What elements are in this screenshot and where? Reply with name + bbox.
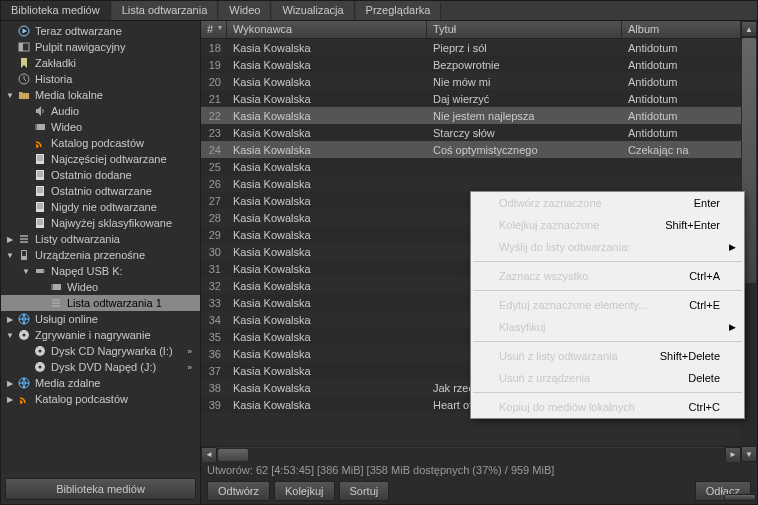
table-row[interactable]: 25Kasia Kowalska [201,158,741,175]
sort-button[interactable]: Sortuj [339,481,390,501]
tab-bar: Biblioteka mediówLista odtwarzaniaWideoW… [1,1,757,21]
cell-num: 18 [201,41,227,55]
menu-item-12[interactable]: Kopiuj do mediów lokalnychCtrl+C [471,396,744,418]
menu-item-2[interactable]: Wyślij do listy odtwarzania:▶ [471,236,744,258]
disclosure-triangle[interactable]: ▼ [5,250,15,260]
cell-artist: Kasia Kowalska [227,58,427,72]
tree-node-8[interactable]: Najczęściej odtwarzane [1,151,200,167]
tree-node-1[interactable]: Pulpit nawigacyjny [1,39,200,55]
tab-4[interactable]: Przeglądarka [356,1,442,20]
doc-icon [33,169,47,181]
tree-node-16[interactable]: Wideo [1,279,200,295]
tree-node-18[interactable]: ▶Usługi online [1,311,200,327]
tree-node-14[interactable]: ▼Urządzenia przenośne [1,247,200,263]
tree-label: Historia [35,73,72,85]
table-row[interactable]: 21Kasia KowalskaDaj wierzyćAntidotum [201,90,741,107]
cell-artist: Kasia Kowalska [227,228,427,242]
tree-node-3[interactable]: Historia [1,71,200,87]
menu-item-4[interactable]: Zaznacz wszystkoCtrl+A [471,265,744,287]
disc-icon [33,361,47,373]
cell-num: 34 [201,313,227,327]
tree-label: Ostatnio dodane [51,169,132,181]
menu-label: Kopiuj do mediów lokalnych [499,401,635,413]
cell-album: Antidotum [622,92,741,106]
disclosure-triangle [37,298,47,308]
col-num[interactable]: # [201,21,227,38]
tree-node-6[interactable]: Wideo [1,119,200,135]
table-row[interactable]: 20Kasia KowalskaNie mów miAntidotum [201,73,741,90]
cell-title [427,166,622,168]
library-button[interactable]: Biblioteka mediów [5,478,196,500]
disclosure-triangle [5,26,15,36]
menu-item-1[interactable]: Kolejkuj zaznaczoneShift+Enter [471,214,744,236]
tab-3[interactable]: Wizualizacja [272,1,354,20]
menu-item-0[interactable]: Odtwórz zaznaczoneEnter [471,192,744,214]
disclosure-triangle[interactable]: ▼ [5,330,15,340]
disclosure-triangle[interactable]: ▶ [5,314,15,324]
tree-label: Dysk CD Nagrywarka (I:) [51,345,173,357]
menu-label: Kolejkuj zaznaczone [499,219,599,231]
h-scrollbar[interactable]: ◄ ► [201,446,741,462]
tree-node-13[interactable]: ▶Listy odtwarzania [1,231,200,247]
tree-node-7[interactable]: Katalog podcastów [1,135,200,151]
tree-node-11[interactable]: Nigdy nie odtwarzane [1,199,200,215]
col-album[interactable]: Album [622,21,741,38]
tab-0[interactable]: Biblioteka mediów [1,1,111,20]
menu-label: Wyślij do listy odtwarzania: [499,241,630,253]
tab-2[interactable]: Wideo [219,1,271,20]
table-row[interactable]: 26Kasia Kowalska [201,175,741,192]
disclosure-triangle[interactable]: ▼ [21,266,31,276]
scroll-right-button[interactable]: ► [725,447,741,463]
menu-item-6[interactable]: Edytuj zaznaczone elementy...Ctrl+E [471,294,744,316]
tree-node-23[interactable]: ▶Katalog podcastów [1,391,200,407]
resize-grip[interactable] [706,491,756,503]
col-artist[interactable]: Wykonawca [227,21,427,38]
tree-node-19[interactable]: ▼Zgrywanie i nagrywanie [1,327,200,343]
tree-label: Ostatnio odtwarzane [51,185,152,197]
tree-node-22[interactable]: ▶Media zdalne [1,375,200,391]
menu-item-10[interactable]: Usuń z urządzeniaDelete [471,367,744,389]
table-row[interactable]: 23Kasia KowalskaStarczy słówAntidotum [201,124,741,141]
tab-1[interactable]: Lista odtwarzania [112,1,219,20]
tree-node-17[interactable]: Lista odtwarzania 1 [1,295,200,311]
menu-item-9[interactable]: Usuń z listy odtwarzaniaShift+Delete [471,345,744,367]
table-row[interactable]: 18Kasia KowalskaPieprz i sólAntidotum [201,39,741,56]
col-title[interactable]: Tytuł [427,21,622,38]
tree-node-10[interactable]: Ostatnio odtwarzane [1,183,200,199]
disclosure-triangle[interactable]: ▶ [5,394,15,404]
scroll-left-button[interactable]: ◄ [201,447,217,463]
table-row[interactable]: 24Kasia KowalskaCoś optymistycznegoCzeka… [201,141,741,158]
queue-button[interactable]: Kolejkuj [274,481,335,501]
disclosure-triangle [21,170,31,180]
cell-album [622,183,741,185]
tree-node-4[interactable]: ▼Media lokalne [1,87,200,103]
tree-node-15[interactable]: ▼Napęd USB K: [1,263,200,279]
content-area: Teraz odtwarzanePulpit nawigacyjnyZakład… [1,21,757,504]
disclosure-triangle[interactable]: ▶ [5,378,15,388]
h-scroll-thumb[interactable] [218,449,248,461]
scroll-down-button[interactable]: ▼ [741,446,757,462]
scroll-up-button[interactable]: ▲ [741,21,757,37]
tree-label: Zakładki [35,57,76,69]
tree-node-9[interactable]: Ostatnio dodane [1,167,200,183]
disclosure-triangle[interactable]: ▼ [5,90,15,100]
cell-artist: Kasia Kowalska [227,313,427,327]
menu-shortcut: Shift+Enter [665,219,720,231]
tree-node-0[interactable]: Teraz odtwarzane [1,23,200,39]
video-icon [49,281,63,293]
table-row[interactable]: 22Kasia KowalskaNie jestem najlepszaAnti… [201,107,741,124]
tree-node-5[interactable]: Audio [1,103,200,119]
h-scroll-track[interactable] [217,448,725,462]
table-row[interactable]: 19Kasia KowalskaBezpowrotnieAntidotum [201,56,741,73]
tree-node-21[interactable]: Dysk DVD Napęd (J:)» [1,359,200,375]
play-button[interactable]: Odtwórz [207,481,270,501]
tree-node-20[interactable]: Dysk CD Nagrywarka (I:)» [1,343,200,359]
cell-artist: Kasia Kowalska [227,126,427,140]
cell-num: 20 [201,75,227,89]
sidebar-tree: Teraz odtwarzanePulpit nawigacyjnyZakład… [1,21,200,474]
disclosure-triangle[interactable]: ▶ [5,234,15,244]
disclosure-triangle [21,362,31,372]
menu-item-7[interactable]: Klasyfikuj▶ [471,316,744,338]
tree-node-12[interactable]: Najwyżej sklasyfikowane [1,215,200,231]
tree-node-2[interactable]: Zakładki [1,55,200,71]
